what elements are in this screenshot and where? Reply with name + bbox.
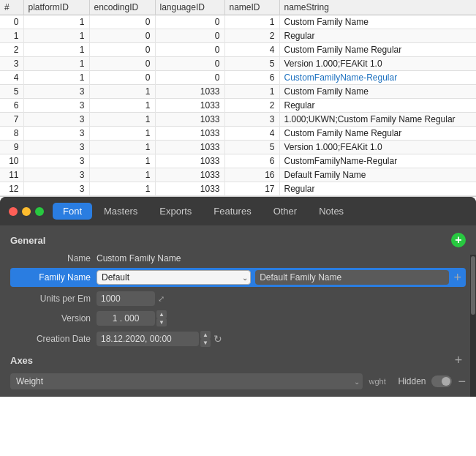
table-row[interactable]: 11002Regular [0, 29, 476, 43]
maximize-button[interactable] [35, 207, 44, 216]
table-cell: 1033 [155, 85, 224, 99]
creation-date-input[interactable] [97, 332, 199, 346]
table-row[interactable]: 53110331Custom Family Name [0, 85, 476, 99]
table-cell: 1 [89, 141, 155, 154]
scroll-track[interactable] [470, 255, 476, 397]
table-cell: 4 [0, 71, 23, 85]
family-select-wrapper: Default ⌄ [97, 270, 251, 285]
units-row: Units per Em ⤢ [10, 291, 466, 306]
tab-exports[interactable]: Exports [149, 203, 202, 220]
col-header-namestring: nameString [279, 0, 476, 15]
table-cell: 1 [23, 57, 89, 71]
table-cell: 9 [0, 141, 23, 154]
table-cell: 1 [224, 85, 279, 99]
add-axes-button[interactable]: + [451, 353, 466, 367]
table-cell: 0 [89, 57, 155, 71]
remove-axis-button[interactable]: − [458, 375, 466, 388]
tab-notes[interactable]: Notes [309, 203, 354, 220]
table-header-row: # platformID encodingID languageID nameI… [0, 0, 476, 15]
table-cell: Custom Family Name [279, 15, 476, 29]
table-cell: 1 [89, 127, 155, 141]
add-family-button[interactable]: + [453, 271, 461, 284]
units-input[interactable] [97, 291, 155, 306]
weight-row: Weight ⌄ wght Hidden − [10, 373, 466, 389]
table-row[interactable]: 1231103317Regular [0, 182, 476, 196]
add-general-button[interactable]: + [451, 233, 466, 247]
table-cell: 1 [23, 15, 89, 29]
table-cell: Regular [279, 99, 476, 113]
family-select[interactable]: Default [97, 270, 251, 285]
family-name-label: Family Name [15, 272, 91, 283]
table-cell: 1033 [155, 182, 224, 196]
units-label: Units per Em [10, 294, 91, 304]
refresh-icon[interactable]: ↻ [214, 333, 222, 345]
table-cell: 5 [224, 57, 279, 71]
general-section-header: General + [10, 233, 466, 247]
col-header-index: # [0, 0, 23, 15]
table-cell: 0 [89, 15, 155, 29]
name-label: Name [10, 253, 91, 263]
axes-title: Axes [10, 355, 33, 366]
tab-font[interactable]: Font [53, 203, 92, 220]
date-up-button[interactable]: ▲ [200, 331, 211, 339]
table-row[interactable]: 731103331.000;UKWN;Custom Family Name Re… [0, 113, 476, 127]
table-cell: 2 [0, 43, 23, 57]
axes-section: Axes + Weight ⌄ wght Hidden − [10, 353, 466, 389]
general-title: General [10, 235, 45, 246]
table-cell: 6 [224, 154, 279, 168]
table-row[interactable]: 63110332Regular [0, 99, 476, 113]
table-cell: 3 [0, 57, 23, 71]
family-value-input[interactable] [255, 270, 449, 285]
table-cell: 1 [89, 99, 155, 113]
table-cell: Regular [279, 182, 476, 196]
version-input[interactable] [97, 311, 155, 326]
minimize-button[interactable] [22, 207, 31, 216]
table-cell: 1 [89, 154, 155, 168]
table-row[interactable]: 1131103316Default Family Name [0, 168, 476, 182]
table-row[interactable]: 01001Custom Family Name [0, 15, 476, 29]
hidden-toggle[interactable] [431, 375, 452, 387]
family-name-row[interactable]: Family Name Default ⌄ + [10, 268, 466, 287]
col-header-platformid: platformID [23, 0, 89, 15]
version-up-button[interactable]: ▲ [156, 310, 167, 318]
table-row[interactable]: 31005Version 1.000;FEAKit 1.0 [0, 57, 476, 71]
title-bar: Font Masters Exports Features Other Note… [0, 197, 476, 225]
axes-header: Axes + [10, 353, 466, 367]
tab-features[interactable]: Features [203, 203, 261, 220]
col-header-encodingid: encodingID [89, 0, 155, 15]
weight-select[interactable]: Weight [10, 373, 363, 389]
creation-date-label: Creation Date [10, 334, 91, 344]
table-cell: 1 [23, 71, 89, 85]
col-header-languageid: languageID [155, 0, 224, 15]
table-row[interactable]: 41006CustomFamilyName-Regular [0, 71, 476, 85]
table-cell: 17 [224, 182, 279, 196]
name-row: Name Custom Family Name [10, 253, 466, 263]
table-cell: 1 [0, 29, 23, 43]
table-row[interactable]: 93110335Version 1.000;FEAKit 1.0 [0, 141, 476, 154]
table-cell: 0 [155, 43, 224, 57]
tab-masters[interactable]: Masters [94, 203, 148, 220]
table-cell: 0 [89, 29, 155, 43]
version-down-button[interactable]: ▼ [156, 318, 167, 326]
table-cell: 0 [155, 15, 224, 29]
table-cell: CustomFamilyName-Regular [279, 154, 476, 168]
date-down-button[interactable]: ▼ [200, 339, 211, 347]
table-row[interactable]: 103110336CustomFamilyName-Regular [0, 154, 476, 168]
table-cell: 4 [224, 43, 279, 57]
table-row[interactable]: 21004Custom Family Name Regular [0, 43, 476, 57]
table-cell: 5 [224, 141, 279, 154]
name-table-section: # platformID encodingID languageID nameI… [0, 0, 476, 197]
creation-date-row: Creation Date ▲ ▼ ↻ [10, 331, 466, 347]
table-cell: 0 [155, 57, 224, 71]
table-cell: 3 [23, 168, 89, 182]
table-row[interactable]: 83110334Custom Family Name Regular [0, 127, 476, 141]
close-button[interactable] [9, 207, 18, 216]
table-cell: 4 [224, 127, 279, 141]
tab-other[interactable]: Other [263, 203, 308, 220]
expand-icon[interactable]: ⤢ [158, 294, 165, 304]
weight-tag: wght [369, 377, 392, 386]
table-cell: 12 [0, 182, 23, 196]
table-cell: 3 [23, 113, 89, 127]
table-cell: 1033 [155, 168, 224, 182]
table-cell: 3 [23, 99, 89, 113]
